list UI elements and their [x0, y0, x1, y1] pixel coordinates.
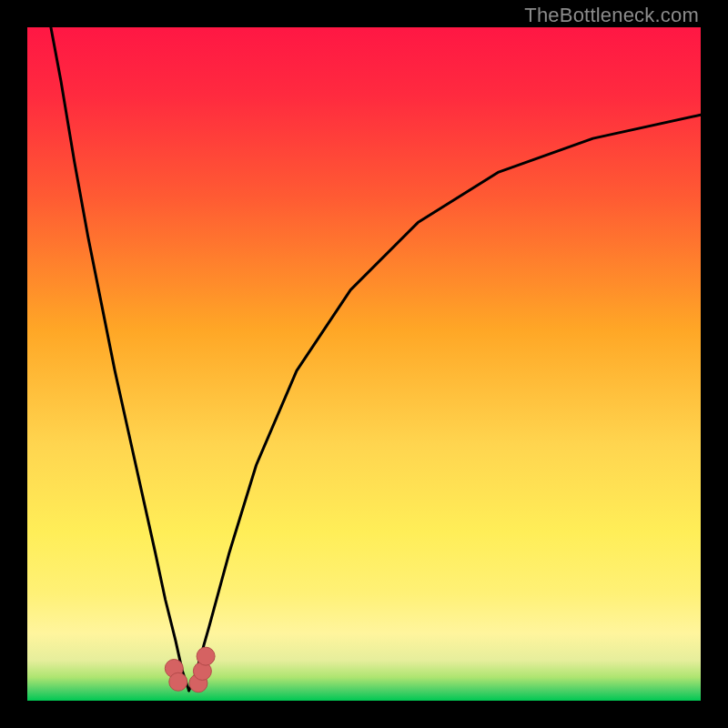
- bottleneck-marker: [169, 672, 187, 691]
- plot-frame: [27, 27, 701, 701]
- watermark-text: TheBottleneck.com: [524, 4, 699, 27]
- gradient-background: [27, 27, 701, 701]
- bottleneck-plot: [27, 27, 701, 701]
- bottleneck-marker: [197, 647, 215, 665]
